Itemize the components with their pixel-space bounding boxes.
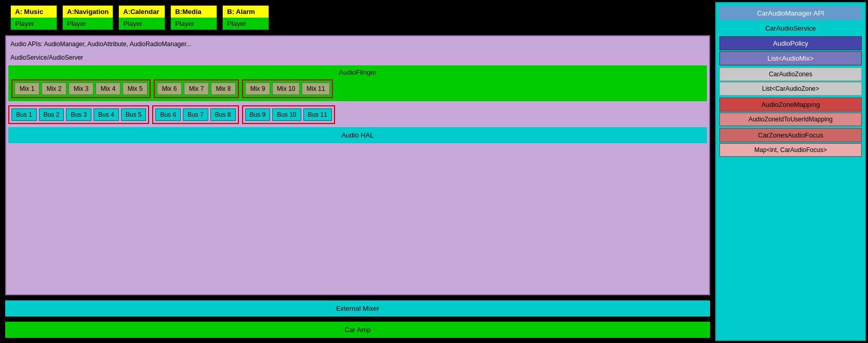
audio-policy-section: AudioPolicy List<AudioMix> bbox=[719, 36, 862, 65]
mix-7: Mix 7 bbox=[184, 83, 209, 95]
main-diagram: A: Music Player A:Navigation Player A:Ca… bbox=[0, 0, 715, 343]
car-audio-service-label: CarAudioService bbox=[719, 22, 862, 34]
zone3-bus-box: Bus 9 Bus 10 Bus 11 bbox=[242, 105, 335, 124]
mix-6: Mix 6 bbox=[157, 83, 182, 95]
audio-apis-label: Audio APIs: AudioManager, AudioAttribute… bbox=[8, 38, 707, 52]
app-b-media-player: Player bbox=[171, 18, 217, 30]
zone2-mix-row: Mix 6 Mix 7 Mix 8 bbox=[157, 83, 236, 95]
app-a-navigation: A:Navigation Player bbox=[62, 5, 113, 30]
app-a-navigation-label: A:Navigation bbox=[63, 6, 113, 18]
app-a-calendar-label: A:Calendar bbox=[119, 6, 165, 18]
audio-server-label: AudioService/AudioServer bbox=[8, 53, 707, 64]
app-b-media-label: B:Media bbox=[171, 6, 217, 18]
app-b-media: B:Media Player bbox=[170, 5, 217, 30]
audio-stack: Audio APIs: AudioManager, AudioAttribute… bbox=[5, 35, 710, 295]
audio-zone-mapping-section: AudioZoneMapping AudioZoneIdToUserIdMapp… bbox=[719, 98, 862, 126]
mix-3: Mix 3 bbox=[69, 83, 94, 95]
app-b-alarm-player: Player bbox=[223, 18, 269, 30]
bus-11: Bus 11 bbox=[303, 108, 332, 121]
bus-7: Bus 7 bbox=[183, 108, 208, 121]
app-a-calendar: A:Calendar Player bbox=[118, 5, 165, 30]
zone1-mix-box: Mix 1 Mix 2 Mix 3 Mix 4 Mix 5 bbox=[11, 79, 151, 98]
audio-policy: AudioPolicy bbox=[719, 36, 862, 50]
app-a-music: A: Music Player bbox=[10, 5, 57, 30]
bus-6: Bus 6 bbox=[155, 108, 181, 121]
audioflinger-label: AudioFlinger bbox=[11, 67, 704, 77]
audio-zone-id-to-user-id-mapping: AudioZoneIdToUserIdMapping bbox=[719, 113, 862, 126]
app-row: A: Music Player A:Navigation Player A:Ca… bbox=[5, 5, 710, 30]
app-a-navigation-player: Player bbox=[63, 18, 113, 30]
bus-zone-row: Bus 1 Bus 2 Bus 3 Bus 4 Bus 5 Bus 6 Bus … bbox=[8, 105, 707, 124]
car-zones-audio-focus: CarZonesAudioFocus bbox=[719, 128, 862, 142]
app-a-calendar-player: Player bbox=[119, 18, 165, 30]
mix-11: Mix 11 bbox=[302, 83, 329, 95]
app-a-music-label: A: Music bbox=[11, 6, 57, 18]
app-b-alarm-label: B: Alarm bbox=[223, 6, 269, 18]
car-zones-audio-focus-section: CarZonesAudioFocus Map<int, CarAudioFocu… bbox=[719, 128, 862, 157]
car-audio-zones: CarAudioZones bbox=[719, 67, 862, 81]
zone2-bus-box: Bus 6 Bus 7 Bus 8 bbox=[152, 105, 238, 124]
bus-8: Bus 8 bbox=[210, 108, 236, 121]
app-b-alarm: B: Alarm Player bbox=[222, 5, 269, 30]
audio-zone-mapping: AudioZoneMapping bbox=[719, 98, 862, 112]
bus-9: Bus 9 bbox=[245, 108, 271, 121]
bus-10: Bus 10 bbox=[272, 108, 301, 121]
zone3-mix-box: Mix 9 Mix 10 Mix 11 bbox=[242, 79, 333, 98]
app-a-music-player: Player bbox=[11, 18, 57, 30]
zone3-mix-row: Mix 9 Mix 10 Mix 11 bbox=[245, 83, 330, 95]
list-car-audio-zone: List<CarAudioZone> bbox=[719, 82, 862, 95]
car-amp: Car Amp bbox=[5, 322, 710, 338]
mix-10: Mix 10 bbox=[272, 83, 300, 95]
bus-1: Bus 1 bbox=[11, 108, 37, 121]
audioflinger-container: AudioFlinger Mix 1 Mix 2 Mix 3 Mix 4 Mix… bbox=[8, 65, 707, 101]
mix-5: Mix 5 bbox=[123, 83, 148, 95]
car-audio-manager-api: CarAudioManager API bbox=[719, 6, 862, 20]
car-audio-zones-section: CarAudioZones List<CarAudioZone> bbox=[719, 67, 862, 95]
external-mixer: External Mixer bbox=[5, 300, 710, 317]
zone1-bus-box: Bus 1 Bus 2 Bus 3 Bus 4 Bus 5 bbox=[8, 105, 149, 124]
bus-3: Bus 3 bbox=[66, 108, 91, 121]
mix-9: Mix 9 bbox=[245, 83, 270, 95]
mix-zone-row: Mix 1 Mix 2 Mix 3 Mix 4 Mix 5 Mix 6 Mix … bbox=[11, 79, 704, 98]
mix-4: Mix 4 bbox=[96, 83, 121, 95]
mix-1: Mix 1 bbox=[15, 83, 39, 95]
mix-2: Mix 2 bbox=[42, 83, 66, 95]
bus-4: Bus 4 bbox=[94, 108, 119, 121]
audio-hal: Audio HAL bbox=[8, 127, 707, 143]
zone1-mix-row: Mix 1 Mix 2 Mix 3 Mix 4 Mix 5 bbox=[15, 83, 148, 95]
zone2-mix-box: Mix 6 Mix 7 Mix 8 bbox=[154, 79, 239, 98]
bus-5: Bus 5 bbox=[121, 108, 146, 121]
list-audio-mix: List<AudioMix> bbox=[719, 51, 862, 65]
bus-2: Bus 2 bbox=[39, 108, 64, 121]
right-panel: CarAudioManager API CarAudioService Audi… bbox=[715, 2, 866, 341]
mix-8: Mix 8 bbox=[211, 83, 236, 95]
map-int-car-audio-focus: Map<int, CarAudioFocus> bbox=[719, 143, 862, 157]
